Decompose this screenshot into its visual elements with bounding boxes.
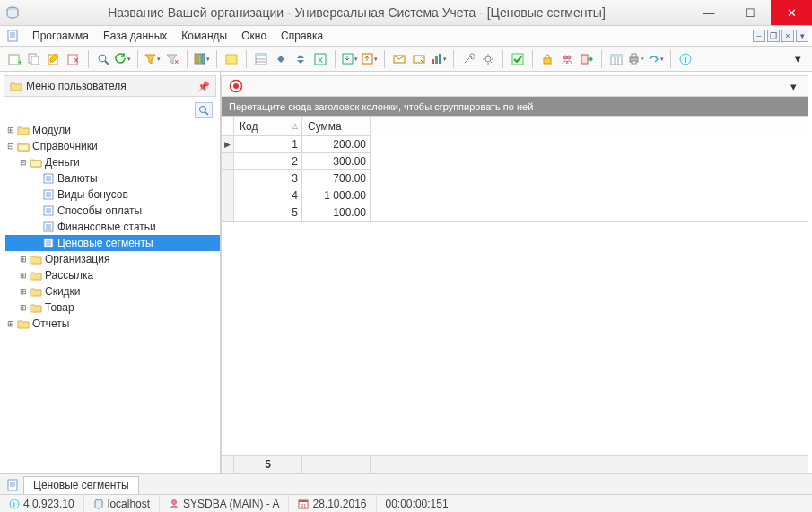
- tree-bonus-types[interactable]: Виды бонусов: [5, 187, 220, 203]
- table-row[interactable]: 3 700.00: [222, 170, 808, 187]
- grid-group-bar[interactable]: Перетащите сюда заголовок колонки, чтобы…: [221, 97, 808, 117]
- sort-asc-icon: △: [292, 122, 298, 130]
- copy-icon[interactable]: [25, 50, 43, 68]
- row-indicator-icon: ▶: [222, 136, 234, 153]
- column-code[interactable]: Код △: [234, 117, 302, 136]
- grid-toolbar-overflow-icon[interactable]: ▾: [784, 77, 802, 95]
- import-icon[interactable]: [341, 50, 359, 68]
- table-row[interactable]: 2 300.00: [222, 153, 808, 170]
- tree-modules[interactable]: ⊞ Модули: [5, 122, 220, 138]
- export-excel-icon[interactable]: X: [311, 50, 329, 68]
- collapse-all-icon[interactable]: [272, 50, 290, 68]
- svg-text:×: ×: [74, 56, 79, 65]
- cell-code[interactable]: 1: [234, 136, 302, 153]
- edit-icon[interactable]: [45, 50, 63, 68]
- calendar-icon[interactable]: [607, 50, 625, 68]
- minimize-button[interactable]: —: [688, 0, 729, 25]
- lock-icon[interactable]: [538, 50, 556, 68]
- expand-all-icon[interactable]: [292, 50, 310, 68]
- mdi-menu-icon[interactable]: ▾: [796, 30, 808, 42]
- pin-icon[interactable]: 📌: [197, 81, 210, 92]
- tab-price-segments[interactable]: Ценовые сегменты: [23, 476, 139, 494]
- document-tabs: Ценовые сегменты: [0, 473, 812, 494]
- svg-rect-30: [435, 56, 438, 64]
- tree-currencies[interactable]: Валюты: [5, 170, 220, 187]
- mdi-restore-icon[interactable]: ❐: [767, 30, 780, 42]
- svg-text:＋: ＋: [16, 57, 21, 65]
- cell-sum[interactable]: 100.00: [302, 204, 371, 221]
- filter-icon[interactable]: [144, 50, 162, 68]
- cell-sum[interactable]: 200.00: [302, 136, 371, 153]
- status-date: 31 28.10.2016: [289, 495, 376, 512]
- refresh-icon[interactable]: [114, 50, 132, 68]
- grid-header: Код △ Сумма: [221, 117, 808, 136]
- svg-rect-20: [256, 54, 266, 56]
- info-icon[interactable]: i: [677, 50, 694, 68]
- grid-empty-space: [221, 222, 808, 456]
- svg-rect-37: [581, 55, 588, 64]
- settings-icon[interactable]: [479, 50, 497, 68]
- cell-sum[interactable]: 700.00: [302, 170, 371, 187]
- column-sum[interactable]: Сумма: [302, 117, 371, 136]
- stop-icon[interactable]: [227, 77, 245, 95]
- menu-window[interactable]: Окно: [234, 27, 274, 45]
- svg-rect-80: [299, 500, 308, 502]
- columns-icon[interactable]: [193, 50, 211, 68]
- tree-price-segments[interactable]: Ценовые сегменты: [5, 235, 220, 251]
- tree-payment-methods[interactable]: Способы оплаты: [5, 203, 220, 219]
- table-row[interactable]: ▶ 1 200.00: [222, 136, 808, 153]
- status-date-value: 28.10.2016: [312, 498, 366, 510]
- tree-mailing[interactable]: ⊞ Рассылка: [5, 267, 220, 283]
- cell-sum[interactable]: 300.00: [302, 153, 371, 170]
- maximize-button[interactable]: ☐: [729, 0, 771, 25]
- cell-code[interactable]: 2: [234, 153, 302, 170]
- search-icon[interactable]: [94, 50, 112, 68]
- svg-line-13: [105, 61, 109, 65]
- tree-reports[interactable]: ⊞ Отчеты: [5, 316, 220, 332]
- cell-code[interactable]: 3: [234, 170, 302, 187]
- mail-edit-icon[interactable]: [410, 50, 428, 68]
- cell-sum[interactable]: 1 000.00: [302, 187, 371, 204]
- menu-commands[interactable]: Команды: [174, 27, 234, 45]
- tree-goods[interactable]: ⊞ Товар: [5, 299, 220, 316]
- export-icon[interactable]: [361, 50, 379, 68]
- tree-money[interactable]: ⊟ Деньги: [5, 154, 220, 170]
- cell-code[interactable]: 4: [234, 187, 302, 204]
- tree-financial-items[interactable]: Финансовые статьи: [5, 219, 220, 235]
- chart-icon[interactable]: [430, 50, 448, 68]
- share-icon[interactable]: [647, 50, 665, 68]
- add-icon[interactable]: ＋: [5, 50, 23, 68]
- print-icon[interactable]: [627, 50, 645, 68]
- status-host: localhost: [84, 495, 160, 512]
- toolbar-overflow-icon[interactable]: ▾: [789, 50, 807, 68]
- document-icon: [4, 476, 22, 494]
- grid-select-icon[interactable]: [252, 50, 270, 68]
- close-button[interactable]: ✕: [771, 0, 812, 25]
- mdi-minimize-icon[interactable]: –: [753, 30, 765, 42]
- check-icon[interactable]: [509, 50, 527, 68]
- svg-rect-16: [198, 54, 201, 64]
- tree-organization[interactable]: ⊞ Организация: [5, 251, 220, 267]
- document-icon: [4, 30, 22, 42]
- note-icon[interactable]: [223, 50, 240, 68]
- delete-icon[interactable]: ×: [65, 50, 83, 68]
- menu-database[interactable]: База данных: [96, 27, 174, 45]
- menu-program[interactable]: Программа: [25, 27, 96, 45]
- svg-text:i: i: [685, 55, 686, 65]
- filter-clear-icon[interactable]: ×: [163, 50, 181, 68]
- tools-icon[interactable]: [459, 50, 477, 68]
- exit-icon[interactable]: [578, 50, 596, 68]
- tree-label: Товар: [45, 301, 74, 314]
- tree-discounts[interactable]: ⊞ Скидки: [5, 283, 220, 299]
- tree-search-icon[interactable]: [195, 102, 213, 118]
- table-row[interactable]: 4 1 000.00: [222, 187, 808, 204]
- menu-help[interactable]: Справка: [274, 27, 330, 45]
- status-user-value: SYSDBA (MAIN) - A: [183, 498, 279, 510]
- mdi-close-icon[interactable]: ×: [781, 30, 794, 42]
- tree-directories[interactable]: ⊟ Справочники: [5, 138, 220, 154]
- table-row[interactable]: 5 100.00: [222, 204, 808, 221]
- mail-icon[interactable]: [390, 50, 408, 68]
- cell-code[interactable]: 5: [234, 204, 302, 221]
- users-icon[interactable]: [558, 50, 576, 68]
- grid-toolbar: ▾: [221, 75, 808, 97]
